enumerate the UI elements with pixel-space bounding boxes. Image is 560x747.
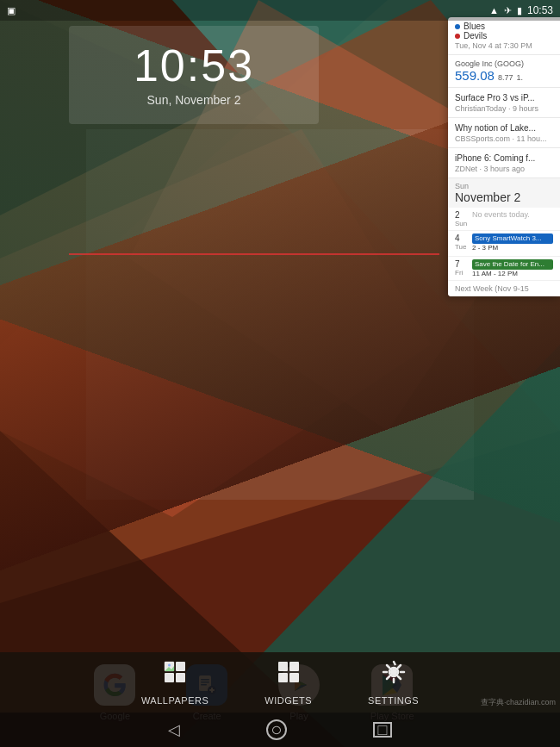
- sports-meta: Tue, Nov 4 at 7:30 PM: [455, 41, 553, 50]
- headline-3[interactable]: iPhone 6: Coming f... ZDNet · 3 hours ag…: [448, 148, 560, 178]
- dock-widgets[interactable]: WIDGETS: [264, 660, 312, 706]
- headline-1-text: Surface Pro 3 vs iP...: [455, 92, 553, 103]
- cal-row-3: 7 Fri Save the Date for En... 11 AM - 12…: [448, 257, 560, 281]
- stock-change-extra: 1.: [516, 73, 523, 82]
- stock-value: 559.08: [455, 68, 495, 83]
- clock-widget: 10:53 Sun, November 2: [69, 26, 319, 124]
- stock-widget: Google Inc (GOOG) 559.08 8.77 1.: [448, 55, 560, 88]
- cal-next-week: Next Week (Nov 9-15: [448, 281, 560, 296]
- clock-date: Sun, November 2: [86, 93, 302, 107]
- status-left: ▣: [7, 5, 16, 16]
- airplane-icon: ✈: [504, 5, 512, 16]
- status-bar: ▣ ▲ ✈ ▮ 10:53: [0, 0, 560, 21]
- settings-label: SETTINGS: [368, 695, 419, 706]
- cal-day-label: Sun: [455, 182, 553, 190]
- svg-rect-29: [278, 673, 288, 682]
- cal-event-chip-1: Sony SmartWatch 3...: [472, 233, 553, 244]
- dock-row: WALLPAPERS WIDGETS: [0, 652, 560, 713]
- stock-change: 8.77: [498, 73, 513, 82]
- team2-row: Devils: [455, 31, 553, 40]
- recent-button[interactable]: □: [373, 722, 392, 738]
- screen-content: 10:53 Sun, November 2 Blues Devils Tue, …: [0, 0, 560, 747]
- cal-date-4: 4: [455, 233, 465, 243]
- cal-date-2: 2: [455, 210, 465, 220]
- sports-widget: Blues Devils Tue, Nov 4 at 7:30 PM: [448, 17, 560, 55]
- notification-icon: ▣: [7, 5, 16, 16]
- svg-rect-21: [176, 662, 185, 671]
- cal-row-1: 2 Sun No events today.: [448, 208, 560, 231]
- headline-3-source: ZDNet · 3 hours ago: [455, 165, 553, 173]
- team1-row: Blues: [455, 22, 553, 31]
- cal-event-time-2: 11 AM - 12 PM: [472, 270, 553, 277]
- calendar-widget: Sun November 2 2 Sun No events today. 4 …: [448, 178, 560, 296]
- headline-3-text: iPhone 6: Coming f...: [455, 153, 553, 164]
- wallpapers-icon: [163, 660, 187, 690]
- svg-rect-27: [278, 662, 288, 671]
- team1-name: Blues: [464, 22, 485, 31]
- wifi-icon: ▲: [489, 5, 499, 16]
- nav-row: ◁ ○ □: [0, 713, 560, 747]
- cal-day-tue: Tue: [455, 243, 469, 251]
- cal-date-7: 7: [455, 259, 465, 269]
- calendar-header: Sun November 2: [448, 178, 560, 208]
- dock-wallpapers[interactable]: WALLPAPERS: [141, 660, 208, 706]
- clock-time: 10:53: [86, 43, 302, 88]
- cal-day-fri: Fri: [455, 269, 469, 277]
- headline-2[interactable]: Why notion of Lake... CBSSports.com · 11…: [448, 118, 560, 148]
- team1-icon: [455, 24, 460, 29]
- team2-icon: [455, 34, 460, 39]
- bottom-section: WALLPAPERS WIDGETS: [0, 652, 560, 747]
- svg-rect-23: [176, 673, 185, 682]
- dock-settings[interactable]: SETTINGS: [368, 660, 419, 706]
- status-right: ▲ ✈ ▮ 10:53: [489, 4, 553, 16]
- cal-row-2: 4 Tue Sony SmartWatch 3... 2 - 3 PM: [448, 231, 560, 257]
- widgets-label: WIDGETS: [264, 695, 312, 706]
- wallpapers-label: WALLPAPERS: [141, 695, 208, 706]
- team2-name: Devils: [464, 31, 487, 40]
- battery-icon: ▮: [517, 5, 522, 16]
- status-time: 10:53: [527, 4, 553, 16]
- svg-rect-30: [289, 673, 299, 682]
- svg-rect-28: [289, 662, 299, 671]
- headline-1[interactable]: Surface Pro 3 vs iP... ChristianToday · …: [448, 88, 560, 118]
- headline-2-text: Why notion of Lake...: [455, 122, 553, 134]
- headline-1-source: ChristianToday · 9 hours: [455, 104, 553, 113]
- watermark: 查字典·chazidian.com: [481, 697, 556, 708]
- svg-rect-22: [165, 673, 174, 682]
- cal-no-events: No events today.: [472, 210, 530, 227]
- right-panel: Blues Devils Tue, Nov 4 at 7:30 PM Googl…: [448, 17, 560, 296]
- widgets-icon: [277, 660, 301, 690]
- cal-event-chip-2: Save the Date for En...: [472, 259, 553, 270]
- headline-2-source: CBSSports.com · 11 hou...: [455, 134, 553, 143]
- settings-icon: [382, 660, 406, 690]
- cal-event-time-1: 2 - 3 PM: [472, 244, 553, 252]
- red-line: [69, 253, 439, 255]
- home-button[interactable]: ○: [266, 719, 287, 740]
- svg-point-25: [168, 663, 171, 666]
- stock-name: Google Inc (GOOG): [455, 59, 553, 68]
- cal-month: November 2: [455, 190, 553, 204]
- cal-day-sun: Sun: [455, 220, 469, 227]
- back-button[interactable]: ◁: [168, 720, 180, 739]
